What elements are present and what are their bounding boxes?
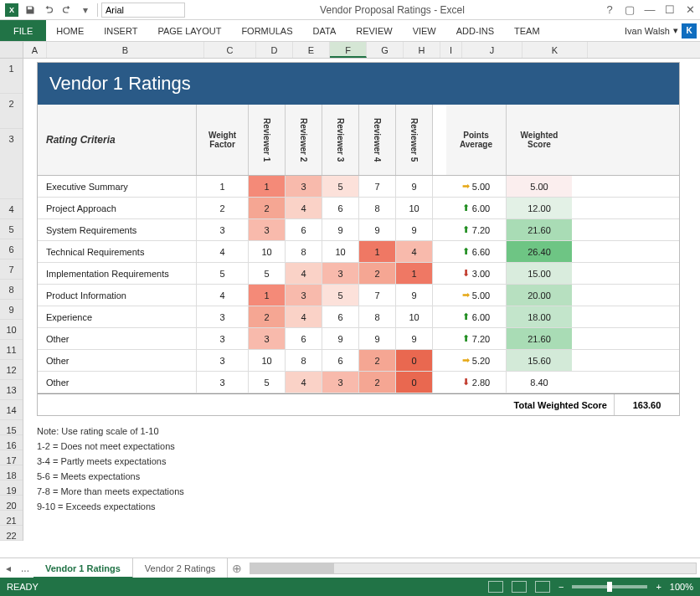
cell-spacer[interactable]: [433, 219, 446, 240]
cell-reviewer-4[interactable]: 9: [359, 219, 396, 240]
cell-spacer[interactable]: [433, 198, 446, 218]
cell-reviewer-5[interactable]: 10: [396, 306, 433, 327]
row-header-6[interactable]: 6: [0, 239, 23, 259]
cell-score[interactable]: 18.00: [507, 306, 572, 327]
cell-spacer[interactable]: [433, 285, 446, 306]
cell-reviewer-5[interactable]: 10: [396, 198, 433, 218]
row-header-14[interactable]: 14: [0, 400, 23, 420]
ribbon-tab-add-ins[interactable]: ADD-INS: [446, 20, 504, 41]
cell-reviewer-2[interactable]: 6: [286, 328, 322, 349]
col-header-I[interactable]: I: [440, 42, 462, 58]
cell-criteria[interactable]: System Requirements: [38, 219, 197, 240]
qa-customize[interactable]: ▾: [77, 2, 94, 18]
cell-reviewer-2[interactable]: 4: [286, 263, 322, 284]
cell-reviewer-1[interactable]: 10: [249, 350, 286, 371]
view-normal-button[interactable]: [488, 581, 503, 593]
cell-reviewer-3[interactable]: 10: [322, 241, 359, 262]
row-header-20[interactable]: 20: [0, 496, 23, 511]
redo-button[interactable]: [59, 2, 75, 18]
ribbon-tab-page-layout[interactable]: PAGE LAYOUT: [147, 20, 231, 41]
cell-reviewer-1[interactable]: 5: [249, 372, 286, 393]
cell-avg[interactable]: ⬆7.20: [446, 219, 507, 240]
cell-criteria[interactable]: Executive Summary: [38, 176, 197, 197]
cell-reviewer-5[interactable]: 1: [396, 263, 433, 284]
cell-reviewer-2[interactable]: 4: [286, 306, 322, 327]
save-button[interactable]: [22, 2, 39, 18]
cell-reviewer-3[interactable]: 5: [322, 176, 359, 197]
view-pagebreak-button[interactable]: [535, 581, 550, 593]
cell-avg[interactable]: ⬆7.20: [446, 328, 507, 349]
cell-avg[interactable]: ⬆6.00: [446, 306, 507, 327]
cell-reviewer-5[interactable]: 9: [396, 285, 433, 306]
cell-avg[interactable]: ➡5.00: [446, 176, 507, 197]
row-header-4[interactable]: 4: [0, 199, 23, 219]
ribbon-tab-review[interactable]: REVIEW: [346, 20, 402, 41]
cell-reviewer-4[interactable]: 7: [359, 285, 396, 306]
cell-reviewer-5[interactable]: 9: [396, 176, 433, 197]
cell-reviewer-4[interactable]: 2: [359, 372, 396, 393]
cell-reviewer-4[interactable]: 8: [359, 198, 396, 218]
row-header-3[interactable]: 3: [0, 129, 23, 199]
file-tab[interactable]: FILE: [0, 20, 46, 41]
cell-avg[interactable]: ⬇3.00: [446, 263, 507, 284]
cell-reviewer-5[interactable]: 9: [396, 219, 433, 240]
sheet-tab-other[interactable]: Vendor 2 Ratings: [133, 558, 228, 578]
cell-spacer[interactable]: [433, 328, 446, 349]
cell-score[interactable]: 8.40: [507, 372, 572, 393]
cell-reviewer-4[interactable]: 8: [359, 306, 396, 327]
col-header-A[interactable]: A: [23, 42, 47, 58]
cell-weight[interactable]: 4: [197, 285, 249, 306]
cell-reviewer-2[interactable]: 4: [286, 198, 322, 218]
col-header-E[interactable]: E: [293, 42, 330, 58]
cell-reviewer-1[interactable]: 1: [249, 176, 286, 197]
cell-weight[interactable]: 3: [197, 219, 249, 240]
cell-score[interactable]: 21.60: [507, 219, 572, 240]
cell-reviewer-1[interactable]: 5: [249, 263, 286, 284]
cell-reviewer-1[interactable]: 3: [249, 219, 286, 240]
excel-logo[interactable]: X: [3, 2, 20, 18]
cell-weight[interactable]: 3: [197, 350, 249, 371]
cell-spacer[interactable]: [433, 306, 446, 327]
cell-score[interactable]: 20.00: [507, 285, 572, 306]
cell-reviewer-4[interactable]: 7: [359, 176, 396, 197]
font-selector[interactable]: [101, 3, 185, 18]
row-header-12[interactable]: 12: [0, 360, 23, 380]
col-header-D[interactable]: D: [256, 42, 293, 58]
row-header-5[interactable]: 5: [0, 219, 23, 239]
row-header-21[interactable]: 21: [0, 511, 23, 526]
cell-score[interactable]: 5.00: [507, 176, 572, 197]
cell-score[interactable]: 12.00: [507, 198, 572, 218]
cell-reviewer-2[interactable]: 4: [286, 372, 322, 393]
cell-spacer[interactable]: [433, 372, 446, 393]
cell-reviewer-2[interactable]: 3: [286, 285, 322, 306]
cell-reviewer-2[interactable]: 3: [286, 176, 322, 197]
ribbon-display-button[interactable]: ▢: [620, 2, 640, 18]
cell-reviewer-3[interactable]: 5: [322, 285, 359, 306]
cell-weight[interactable]: 3: [197, 328, 249, 349]
col-header-F[interactable]: F: [330, 42, 367, 58]
cell-reviewer-4[interactable]: 9: [359, 328, 396, 349]
ribbon-tab-insert[interactable]: INSERT: [94, 20, 147, 41]
row-header-15[interactable]: 15: [0, 420, 23, 435]
cell-reviewer-3[interactable]: 9: [322, 328, 359, 349]
cell-criteria[interactable]: Project Approach: [38, 198, 197, 218]
ribbon-tab-data[interactable]: DATA: [303, 20, 347, 41]
cell-score[interactable]: 15.60: [507, 350, 572, 371]
cell-reviewer-3[interactable]: 6: [322, 198, 359, 218]
cell-criteria[interactable]: Other: [38, 328, 197, 349]
cell-reviewer-5[interactable]: 0: [396, 350, 433, 371]
cell-reviewer-1[interactable]: 2: [249, 198, 286, 218]
cell-reviewer-3[interactable]: 3: [322, 263, 359, 284]
cell-weight[interactable]: 5: [197, 263, 249, 284]
zoom-out-button[interactable]: −: [558, 582, 564, 592]
cell-reviewer-4[interactable]: 2: [359, 263, 396, 284]
cell-avg[interactable]: ➡5.20: [446, 350, 507, 371]
ribbon-tab-team[interactable]: TEAM: [504, 20, 550, 41]
sheet-area[interactable]: Vendor 1 Ratings Rating Criteria Weight …: [23, 59, 700, 541]
help-button[interactable]: ?: [600, 2, 620, 18]
col-header-G[interactable]: G: [367, 42, 404, 58]
cell-reviewer-3[interactable]: 3: [322, 372, 359, 393]
cell-criteria[interactable]: Other: [38, 350, 197, 371]
cell-score[interactable]: 15.00: [507, 263, 572, 284]
zoom-slider[interactable]: [572, 585, 647, 588]
